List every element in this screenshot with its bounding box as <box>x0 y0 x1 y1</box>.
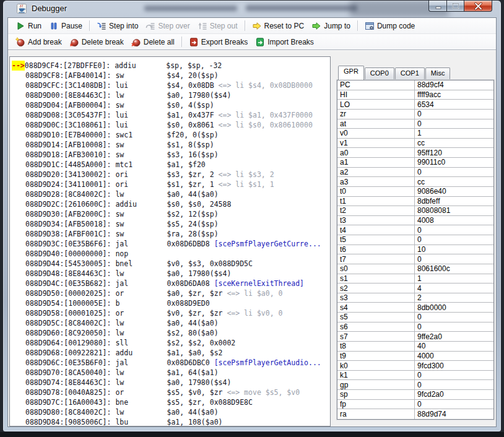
disassembly-line[interactable]: 088D9D40:[00000000]: nop <box>12 249 330 259</box>
register-value[interactable]: 8061600c <box>414 264 493 274</box>
register-row[interactable]: t18dbfeff <box>337 197 493 207</box>
register-row[interactable]: k09fcd300 <box>337 361 493 371</box>
register-value[interactable]: 8db0000 <box>414 303 493 312</box>
step-into-button[interactable]: Step into <box>93 19 142 33</box>
register-row[interactable]: PC88d9cf4 <box>337 80 493 90</box>
disassembly-line[interactable]: 088D9D7C:[16A00043]: bne $s5, $zr, 0x088… <box>12 397 330 407</box>
register-row[interactable]: s24 <box>337 283 493 293</box>
tab-gpr[interactable]: GPR <box>338 66 364 80</box>
register-value[interactable]: 9fcd2a0 <box>414 390 493 399</box>
disassembly-line[interactable]: 088D9D2C:[2610600C]: addiu $s0, $s0, 245… <box>12 199 330 209</box>
disassembly-line[interactable]: 088D9D44:[54530005]: bnel $v0, $s3, 0x08… <box>12 259 330 269</box>
register-row[interactable]: s50 <box>337 313 493 322</box>
register-value[interactable]: 1 <box>414 274 493 283</box>
disassembly-line[interactable]: 088D9CF8:[AFB40014]: sw $s4, 20($sp) <box>12 71 330 80</box>
register-row[interactable]: HIffff9acc <box>337 90 493 100</box>
register-row[interactable]: t280808081 <box>337 206 493 216</box>
maximize-button[interactable] <box>447 1 464 12</box>
close-button[interactable] <box>464 1 492 12</box>
register-value[interactable]: 10 <box>414 245 493 254</box>
disassembly-line[interactable]: 088D9D70:[8CA50040]: lw $a1, 64($a1) <box>12 368 330 378</box>
register-row[interactable]: t09086e40 <box>337 187 493 197</box>
register-row[interactable]: LO6534 <box>337 100 493 110</box>
disassembly-line[interactable]: 088D9D48:[8E84463C]: lw $a0, 17980($s4) <box>12 269 330 279</box>
register-value[interactable]: 9086e40 <box>414 187 493 196</box>
disassembly-line[interactable]: 088D9D74:[8E84463C]: lw $a0, 17980($s4) <box>12 378 330 387</box>
disassembly-line[interactable]: 088D9D3C:[0E35B6F6]: jal 0x08D6DBD8 [sce… <box>12 239 330 249</box>
register-value[interactable]: 1 <box>414 129 493 138</box>
register-value[interactable]: 4008 <box>414 216 493 225</box>
disassembly-line[interactable]: 088D9D60:[8C920050]: lw $s2, 80($a0) <box>12 328 330 338</box>
disassembly-line[interactable]: 088D9D54:[1000005E]: b 0x088D9ED0 <box>12 298 330 308</box>
register-row[interactable]: fp0 <box>337 400 493 410</box>
disassembly-line[interactable]: 088D9D38:[AFBF001C]: sw $ra, 28($sp) <box>12 229 330 239</box>
register-row[interactable]: t610 <box>337 245 493 255</box>
register-value[interactable]: 6534 <box>414 100 493 109</box>
register-row[interactable]: at0 <box>337 119 493 129</box>
register-value[interactable]: cc <box>414 139 493 148</box>
register-row[interactable]: v01 <box>337 129 493 139</box>
register-value[interactable]: 0 <box>414 110 493 119</box>
register-row[interactable]: s48db0000 <box>337 303 493 313</box>
disassembly-line[interactable]: 088D9CFC:[3C1408DB]: lui $s4, 0x08DB <=>… <box>12 80 330 90</box>
syscall-function-name[interactable]: [scePsmfPlayerGetCurre... <box>210 240 321 248</box>
register-row[interactable]: t94000 <box>337 352 493 361</box>
register-value[interactable]: 9ffe2a0 <box>414 332 493 341</box>
syscall-function-name[interactable]: [sceKernelExitThread] <box>210 279 304 288</box>
delete-all-button[interactable]: Delete all <box>128 35 178 49</box>
disassembly-line[interactable]: 088D9D6C:[0E35B6F0]: jal 0x08D6DBC0 [sce… <box>12 358 330 368</box>
register-row[interactable]: a199011c0 <box>337 158 493 168</box>
register-value[interactable]: ffff9acc <box>414 90 493 100</box>
tab-cop0[interactable]: COP0 <box>365 67 394 80</box>
disassembly-line[interactable]: 088D9D64:[00129080]: sll $s2, $s2, 0x000… <box>12 338 330 348</box>
register-row[interactable]: sp9fcd2a0 <box>337 390 493 400</box>
register-value[interactable]: 0 <box>414 168 493 177</box>
disassembly-line[interactable]: 088D9D30:[AFB2000C]: sw $s2, 12($sp) <box>12 209 330 219</box>
disassembly-line[interactable]: 088D9D14:[AFB10008]: sw $s1, 8($sp) <box>12 140 330 150</box>
register-value[interactable]: 0 <box>414 119 493 129</box>
tab-misc[interactable]: Misc <box>425 67 451 80</box>
register-value[interactable]: 2 <box>414 293 493 303</box>
disassembly-line[interactable]: 088D9D5C:[8C84002C]: lw $a0, 44($a0) <box>12 318 330 328</box>
register-row[interactable]: ra88d9d74 <box>337 409 493 419</box>
register-row[interactable]: gp0 <box>337 380 493 390</box>
disassembly-line[interactable]: 088D9D50:[00002025]: or $a0, $zr, $zr <=… <box>12 288 330 298</box>
register-value[interactable]: 80808081 <box>414 206 493 215</box>
disassembly-line[interactable]: 088D9D68:[00922821]: addu $a1, $a0, $s2 <box>12 348 330 358</box>
register-value[interactable]: 88d9cf4 <box>414 80 493 90</box>
register-row[interactable]: s08061600c <box>337 264 493 274</box>
register-value[interactable]: 0 <box>414 322 493 332</box>
register-value[interactable]: 88d9d74 <box>414 409 493 419</box>
disassembly-line[interactable]: 088D9D34:[AFB50018]: sw $s5, 24($sp) <box>12 219 330 229</box>
reset-to-pc-button[interactable]: Reset to PC <box>248 19 308 33</box>
register-row[interactable]: a3cc <box>337 177 493 187</box>
disassembly-line[interactable]: 088D9D78:[0040A825]: or $s5, $v0, $zr <=… <box>12 387 330 397</box>
register-row[interactable]: t70 <box>337 254 493 264</box>
disassembly-line[interactable]: 088D9D58:[00001025]: or $v0, $zr, $zr <=… <box>12 308 330 318</box>
disassembly-line[interactable]: 088D9D28:[8C84002C]: lw $a0, 44($a0) <box>12 189 330 199</box>
register-value[interactable]: cc <box>414 177 493 186</box>
register-value[interactable]: 0 <box>414 313 493 322</box>
register-row[interactable]: zr0 <box>337 110 493 119</box>
register-row[interactable]: s60 <box>337 322 493 332</box>
register-row[interactable]: s11 <box>337 274 493 284</box>
register-row[interactable]: t50 <box>337 235 493 245</box>
run-button[interactable]: Run <box>12 19 45 33</box>
tab-cop1[interactable]: COP1 <box>395 67 425 80</box>
disassembly-line[interactable]: 088D9D18:[AFB30010]: sw $s3, 16($sp) <box>12 150 330 160</box>
register-value[interactable]: 0 <box>414 400 493 409</box>
register-row[interactable]: s79ffe2a0 <box>337 332 493 342</box>
export-breaks-button[interactable]: Export Breaks <box>185 35 251 49</box>
register-row[interactable]: t34008 <box>337 216 493 226</box>
register-value[interactable]: 0 <box>414 371 493 380</box>
register-value[interactable]: 99011c0 <box>414 158 493 167</box>
register-value[interactable]: 4 <box>414 283 493 293</box>
dump-code-button[interactable]: Dump code <box>361 19 419 33</box>
disassembly-line[interactable]: 088D9D80:[8C84002C]: lw $a0, 44($a0) <box>12 407 330 417</box>
register-value[interactable]: 0 <box>414 235 493 244</box>
disassembly-line[interactable]: 088D9D20:[34130002]: ori $s3, $zr, 2 <=>… <box>12 170 330 180</box>
disassembly-line[interactable]: 088D9D0C:[3C108061]: lui $s0, 0x8061 <=>… <box>12 120 330 130</box>
disassembly-line[interactable]: 088D9D00:[8E84463C]: lw $a0, 17980($s4) <box>12 90 330 100</box>
register-value[interactable]: 40 <box>414 342 493 351</box>
disassembly-line[interactable]: 088D9D10:[E7B40000]: swc1 $f20, 0($sp) <box>12 130 330 140</box>
